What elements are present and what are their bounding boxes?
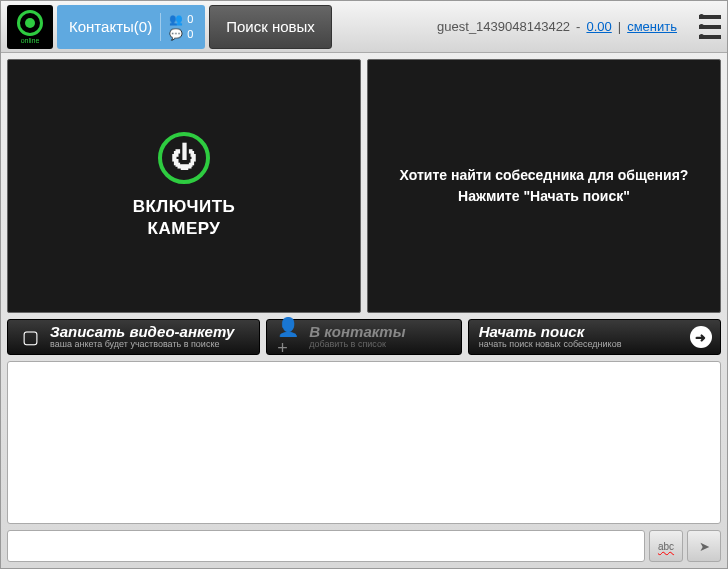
balance-link[interactable]: 0.00 — [586, 19, 611, 34]
remote-video-panel: Хотите найти собеседника для общения? На… — [367, 59, 721, 313]
contacts-label: Контакты(0) — [69, 18, 152, 35]
record-sub: ваша анкета будет участвовать в поиске — [50, 340, 234, 350]
send-icon: ➤ — [699, 539, 710, 554]
chat-input[interactable] — [7, 530, 645, 562]
start-search-button[interactable]: Начать поиск начать поиск новых собеседн… — [468, 319, 721, 355]
contacts-counts: 👥 0 💬 0 — [160, 13, 193, 41]
power-icon: ⏻ — [171, 142, 197, 173]
action-bar: ▢ Записать видео-анкету ваша анкета буде… — [1, 319, 727, 361]
arrow-right-icon: ➜ — [690, 326, 712, 348]
add-contact-title: В контакты — [309, 324, 405, 341]
input-bar: abc ➤ — [1, 530, 727, 568]
contacts-button[interactable]: Контакты(0) 👥 0 💬 0 — [57, 5, 205, 49]
start-search-sub: начать поиск новых собеседников — [479, 340, 622, 350]
logo[interactable]: online — [7, 5, 53, 49]
message-count: 0 — [187, 28, 193, 40]
enable-camera-label: ВКЛЮЧИТЬ КАМЕРУ — [133, 196, 236, 240]
menu-icon[interactable] — [691, 15, 721, 39]
change-user-link[interactable]: сменить — [627, 19, 677, 34]
sep: | — [618, 19, 621, 34]
chat-log — [7, 361, 721, 524]
enable-camera-button[interactable]: ⏻ — [158, 132, 210, 184]
user-info: guest_1439048143422 - 0.00 | сменить — [437, 15, 721, 39]
video-area: ⏻ ВКЛЮЧИТЬ КАМЕРУ Хотите найти собеседни… — [1, 53, 727, 319]
sep: - — [576, 19, 580, 34]
people-count: 0 — [187, 13, 193, 25]
add-user-icon: 👤+ — [277, 325, 301, 349]
eye-icon — [17, 10, 43, 36]
send-button[interactable]: ➤ — [687, 530, 721, 562]
start-search-title: Начать поиск — [479, 324, 622, 341]
search-new-button[interactable]: Поиск новых — [209, 5, 332, 49]
search-prompt-text: Хотите найти собеседника для общения? На… — [380, 165, 709, 207]
app-window: online Контакты(0) 👥 0 💬 0 Поиск новых g… — [0, 0, 728, 569]
spellcheck-button[interactable]: abc — [649, 530, 683, 562]
chat-icon: 💬 — [169, 28, 183, 41]
add-contact-button: 👤+ В контакты добавить в список — [266, 319, 461, 355]
header-bar: online Контакты(0) 👥 0 💬 0 Поиск новых g… — [1, 1, 727, 53]
record-title: Записать видео-анкету — [50, 324, 234, 341]
username: guest_1439048143422 — [437, 19, 570, 34]
record-icon: ▢ — [18, 325, 42, 349]
record-profile-button[interactable]: ▢ Записать видео-анкету ваша анкета буде… — [7, 319, 260, 355]
spellcheck-icon: abc — [658, 541, 674, 552]
add-contact-sub: добавить в список — [309, 340, 405, 350]
logo-status: online — [21, 37, 40, 44]
local-video-panel: ⏻ ВКЛЮЧИТЬ КАМЕРУ — [7, 59, 361, 313]
people-icon: 👥 — [169, 13, 183, 26]
